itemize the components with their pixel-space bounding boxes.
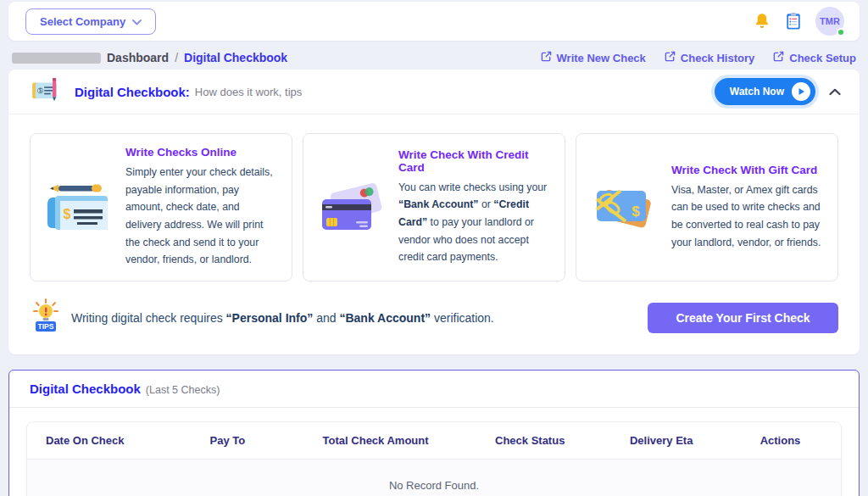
- card-text: Write Checks Online Simply enter your ch…: [125, 146, 278, 269]
- task-clipboard-icon[interactable]: [785, 12, 802, 31]
- card-text: Write Check With Credit Card You can wri…: [398, 148, 551, 266]
- col-delivery-eta: Delivery Eta: [594, 434, 727, 447]
- breadcrumb: Dashboard / Digital Checkbook: [12, 51, 287, 64]
- breadcrumb-separator: /: [175, 51, 178, 64]
- breadcrumb-dashboard[interactable]: Dashboard: [107, 51, 169, 64]
- compose-external-icon: [541, 51, 552, 64]
- select-company-dropdown[interactable]: Select Company: [25, 8, 156, 35]
- card-text: Write Check With Gift Card Visa, Master,…: [671, 164, 824, 252]
- watch-now-label: Watch Now: [730, 86, 784, 98]
- tips-segment-bold: “Bank Account”: [339, 311, 431, 325]
- tips-segment: verification.: [431, 311, 494, 325]
- avatar-initials: TMR: [820, 16, 840, 26]
- empty-state-message: No Record Found.: [27, 460, 841, 496]
- online-status-dot: [837, 28, 845, 36]
- card-body-text: Visa, Master, or Amex gift cards can be …: [671, 181, 824, 252]
- digital-checkbook-table-section: Digital Checkbook (Last 5 Checks) Date O…: [8, 370, 860, 496]
- card-title: Write Check With Gift Card: [671, 164, 824, 176]
- top-bar: Select Company TMR: [8, 2, 860, 41]
- card-body-segment: Simply enter your check details, payable…: [125, 166, 273, 265]
- tips-lightbulb-icon: TIPS: [31, 298, 61, 337]
- tips-segment-bold: “Personal Info”: [226, 311, 314, 325]
- card-write-checks-online: $ Write Checks Online Simply enter your …: [30, 133, 292, 281]
- intro-title: Digital Checkbook:: [75, 85, 190, 99]
- intro-header: $ Digital Checkbook: How does it work, t…: [8, 70, 860, 114]
- col-check-status: Check Status: [465, 434, 595, 447]
- collapse-chevron-up-icon[interactable]: [829, 88, 841, 96]
- digital-checkbook-intro-panel: $ Digital Checkbook: How does it work, t…: [8, 70, 860, 354]
- gift-card-illustration: $: [590, 181, 659, 233]
- create-first-check-button[interactable]: Create Your First Check: [648, 303, 838, 333]
- tips-segment: and: [313, 311, 339, 325]
- check-history-label: Check History: [681, 52, 754, 64]
- svg-text:$: $: [632, 203, 640, 220]
- checkbook-pen-icon: $: [31, 77, 63, 106]
- col-pay-to: Pay To: [169, 434, 286, 447]
- card-write-check-with-credit-card: Write Check With Credit Card You can wri…: [303, 133, 565, 281]
- card-body-text: You can write checks using your “Bank Ac…: [398, 179, 551, 266]
- write-check-illustration: $: [44, 181, 114, 233]
- write-new-check-link[interactable]: Write New Check: [541, 51, 646, 64]
- tips-row: TIPS Writing digital check requires “Per…: [8, 292, 860, 354]
- write-new-check-label: Write New Check: [557, 52, 646, 64]
- card-body-segment: Visa, Master, or Amex gift cards can be …: [671, 184, 821, 248]
- breadcrumb-current: Digital Checkbook: [184, 51, 287, 64]
- chevron-down-icon: [132, 15, 142, 28]
- compose-external-icon: [665, 51, 676, 64]
- table-subtitle: (Last 5 Checks): [146, 384, 220, 396]
- svg-text:$: $: [64, 207, 71, 221]
- intro-header-actions: Watch Now: [715, 78, 841, 105]
- tips-callout: TIPS Writing digital check requires “Per…: [31, 298, 494, 337]
- table-wrapper: Date On Check Pay To Total Check Amount …: [9, 408, 859, 496]
- notification-bell-icon[interactable]: [753, 12, 771, 31]
- company-name-redacted: [12, 53, 101, 64]
- col-actions: Actions: [728, 434, 832, 447]
- play-icon: [792, 82, 810, 101]
- breadcrumb-row: Dashboard / Digital Checkbook Write New …: [12, 51, 856, 64]
- tips-segment: Writing digital check requires: [71, 311, 226, 325]
- tips-text: Writing digital check requires “Personal…: [71, 311, 494, 325]
- card-body-text: Simply enter your check details, payable…: [125, 164, 278, 269]
- table-section-header: Digital Checkbook (Last 5 Checks): [9, 371, 859, 408]
- card-body-segment-bold: “Bank Account”: [398, 198, 479, 210]
- avatar[interactable]: TMR: [815, 7, 844, 36]
- checks-table: Date On Check Pay To Total Check Amount …: [26, 421, 842, 496]
- table-header-row: Date On Check Pay To Total Check Amount …: [27, 422, 841, 460]
- card-body-segment: or: [479, 198, 494, 210]
- col-total-check-amount: Total Check Amount: [286, 434, 465, 447]
- watch-now-button[interactable]: Watch Now: [715, 78, 815, 105]
- svg-text:TIPS: TIPS: [38, 322, 54, 331]
- table-title: Digital Checkbook: [30, 382, 141, 396]
- intro-subtitle: How does it work, tips: [195, 86, 302, 98]
- check-history-link[interactable]: Check History: [665, 51, 754, 64]
- info-cards-row: $ Write Checks Online Simply enter your …: [8, 114, 860, 292]
- topbar-actions: TMR: [753, 7, 844, 36]
- card-body-segment: You can write checks using your: [398, 181, 547, 193]
- card-title: Write Check With Credit Card: [398, 148, 551, 174]
- col-date-on-check: Date On Check: [36, 434, 169, 447]
- svg-text:$: $: [39, 87, 42, 94]
- card-write-check-with-gift-card: $ Write Check With Gift Card Visa, Maste…: [576, 133, 838, 281]
- credit-card-illustration: [317, 181, 387, 233]
- quick-links: Write New Check Check History Check Setu…: [541, 51, 856, 64]
- select-company-label: Select Company: [40, 15, 125, 28]
- compose-external-icon: [773, 51, 784, 64]
- card-title: Write Checks Online: [125, 146, 278, 159]
- check-setup-link[interactable]: Check Setup: [773, 51, 856, 64]
- check-setup-label: Check Setup: [789, 52, 856, 64]
